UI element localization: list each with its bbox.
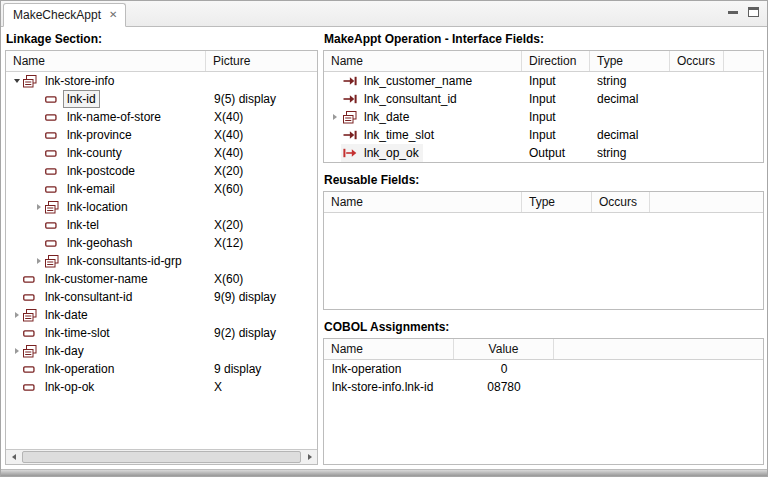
field-occurs-cell xyxy=(670,126,724,144)
column-header-picture[interactable]: Picture xyxy=(206,51,317,71)
group-icon xyxy=(23,75,41,88)
field-name-wrap: lnk_consultant_id xyxy=(341,90,461,108)
linkage-picture-cell xyxy=(206,306,317,324)
linkage-row-lnk-store-info[interactable]: lnk-store-info xyxy=(6,72,317,90)
linkage-name-cell: lnk-geohash xyxy=(6,234,206,252)
column-header-type[interactable]: Type xyxy=(522,192,592,212)
group-icon xyxy=(343,111,361,124)
linkage-picture-cell: X(40) xyxy=(206,144,317,162)
collapse-arrow-icon[interactable] xyxy=(10,79,23,83)
linkage-item-label: lnk-customer-name xyxy=(41,270,152,288)
column-header-value[interactable]: Value xyxy=(454,339,554,359)
field-name-label: lnk_date xyxy=(364,110,409,124)
tab-title: MakeCheckAppt xyxy=(13,8,101,22)
input-icon xyxy=(343,94,361,104)
expand-arrow-icon[interactable] xyxy=(328,114,341,120)
minimize-icon[interactable] xyxy=(728,8,738,17)
operation-panel: MakeAppt Operation - Interface Fields: N… xyxy=(323,31,764,465)
cobol-assignment-row-lnk-store-info.lnk-id[interactable]: lnk-store-info.lnk-id08780 xyxy=(324,378,763,396)
linkage-row-lnk-geohash[interactable]: lnk-geohashX(12) xyxy=(6,234,317,252)
linkage-row-lnk-email[interactable]: lnk-emailX(60) xyxy=(6,180,317,198)
linkage-name-cell: lnk-day xyxy=(6,342,206,360)
editor-content: Linkage Section: Name Picture lnk-store-… xyxy=(1,27,767,469)
column-header-type[interactable]: Type xyxy=(590,51,670,71)
cobol-assignment-row-lnk-operation[interactable]: lnk-operation0 xyxy=(324,360,763,378)
column-header-name[interactable]: Name xyxy=(6,51,206,71)
maximize-icon[interactable] xyxy=(748,7,759,17)
field-occurs-cell xyxy=(670,108,724,126)
linkage-name-cell: lnk-tel xyxy=(6,216,206,234)
linkage-picture-cell xyxy=(206,342,317,360)
interface-field-row-lnk_time_slot[interactable]: lnk_time_slotInputdecimal xyxy=(324,126,763,144)
field-name-cell: lnk_time_slot xyxy=(324,126,522,144)
column-header-name[interactable]: Name xyxy=(324,51,522,71)
scroll-right-button[interactable] xyxy=(302,451,317,464)
interface-fields-table: Name Direction Type Occurs lnk_customer_… xyxy=(323,50,764,163)
linkage-name-cell: lnk-id xyxy=(6,90,206,108)
interface-fields-body: lnk_customer_nameInputstringlnk_consulta… xyxy=(324,72,763,162)
expand-arrow-icon[interactable] xyxy=(10,312,23,318)
linkage-row-lnk-date[interactable]: lnk-date xyxy=(6,306,317,324)
group-icon xyxy=(23,345,41,358)
linkage-row-lnk-time-slot[interactable]: lnk-time-slot9(2) display xyxy=(6,324,317,342)
linkage-row-lnk-county[interactable]: lnk-countyX(40) xyxy=(6,144,317,162)
interface-field-row-lnk_consultant_id[interactable]: lnk_consultant_idInputdecimal xyxy=(324,90,763,108)
linkage-picture-cell: X xyxy=(206,378,317,396)
expand-arrow-icon[interactable] xyxy=(10,348,23,354)
linkage-item-label: lnk-store-info xyxy=(41,72,118,90)
linkage-picture-cell: 9(2) display xyxy=(206,324,317,342)
linkage-row-lnk-name-of-store[interactable]: lnk-name-of-storeX(40) xyxy=(6,108,317,126)
linkage-item-label: lnk-tel xyxy=(63,216,103,234)
linkage-row-lnk-customer-name[interactable]: lnk-customer-nameX(60) xyxy=(6,270,317,288)
linkage-row-lnk-operation[interactable]: lnk-operation9 display xyxy=(6,360,317,378)
interface-fields-header: Name Direction Type Occurs xyxy=(324,51,763,72)
linkage-picture-cell: 9 display xyxy=(206,360,317,378)
linkage-item-label: lnk-date xyxy=(41,306,92,324)
group-icon xyxy=(23,309,41,322)
elem-icon xyxy=(45,95,63,104)
reusable-fields-header: Name Type Occurs xyxy=(324,192,763,213)
interface-field-row-lnk_op_ok[interactable]: lnk_op_okOutputstring xyxy=(324,144,763,162)
interface-field-row-lnk_customer_name[interactable]: lnk_customer_nameInputstring xyxy=(324,72,763,90)
column-header-occurs[interactable]: Occurs xyxy=(592,192,650,212)
elem-icon xyxy=(45,113,63,122)
cobol-assignments-header: Name Value xyxy=(324,339,763,360)
tab-close-icon[interactable]: ✕ xyxy=(109,10,117,20)
linkage-row-lnk-location[interactable]: lnk-location xyxy=(6,198,317,216)
linkage-item-label: lnk-operation xyxy=(41,360,118,378)
field-direction-cell: Input xyxy=(522,72,590,90)
elem-icon xyxy=(23,383,41,392)
linkage-row-lnk-day[interactable]: lnk-day xyxy=(6,342,317,360)
interface-field-row-lnk_date[interactable]: lnk_dateInput xyxy=(324,108,763,126)
scroll-left-button[interactable] xyxy=(6,451,21,464)
expand-arrow-icon[interactable] xyxy=(32,204,45,210)
elem-icon xyxy=(45,221,63,230)
linkage-item-label: lnk-time-slot xyxy=(41,324,114,342)
column-header-name[interactable]: Name xyxy=(324,192,522,212)
linkage-row-lnk-consultants-id-grp[interactable]: lnk-consultants-id-grp xyxy=(6,252,317,270)
column-header-occurs[interactable]: Occurs xyxy=(670,51,724,71)
linkage-item-label: lnk-email xyxy=(63,180,119,198)
linkage-name-cell: lnk-email xyxy=(6,180,206,198)
scrollbar-thumb[interactable] xyxy=(22,451,301,463)
linkage-row-lnk-id[interactable]: lnk-id9(5) display xyxy=(6,90,317,108)
linkage-row-lnk-province[interactable]: lnk-provinceX(40) xyxy=(6,126,317,144)
scroll-right-icon xyxy=(308,454,312,460)
tab-makecheckappt[interactable]: MakeCheckAppt ✕ xyxy=(3,3,126,27)
column-header-direction[interactable]: Direction xyxy=(522,51,590,71)
linkage-picture-cell xyxy=(206,72,317,90)
column-header-name[interactable]: Name xyxy=(324,339,454,359)
linkage-row-lnk-tel[interactable]: lnk-telX(20) xyxy=(6,216,317,234)
linkage-item-label: lnk-day xyxy=(41,342,88,360)
linkage-table-header: Name Picture xyxy=(6,51,317,72)
linkage-row-lnk-op-ok[interactable]: lnk-op-okX xyxy=(6,378,317,396)
linkage-item-label: lnk-location xyxy=(63,198,132,216)
linkage-name-cell: lnk-consultant-id xyxy=(6,288,206,306)
linkage-row-lnk-postcode[interactable]: lnk-postcodeX(20) xyxy=(6,162,317,180)
expand-arrow-icon[interactable] xyxy=(32,258,45,264)
scroll-left-icon xyxy=(12,454,16,460)
linkage-row-lnk-consultant-id[interactable]: lnk-consultant-id9(9) display xyxy=(6,288,317,306)
field-name-wrap: lnk_date xyxy=(341,108,413,126)
reusable-fields-title: Reusable Fields: xyxy=(323,172,764,191)
horizontal-scrollbar xyxy=(6,449,317,464)
